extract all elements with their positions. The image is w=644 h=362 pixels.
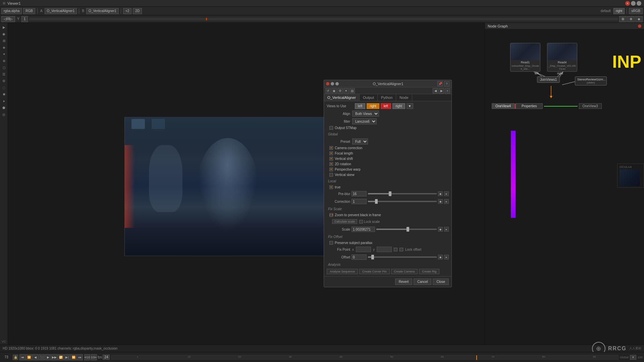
preserve-parallax-check[interactable] (329, 241, 333, 245)
sidebar-icon-4[interactable]: ◈ (1, 44, 7, 50)
sidebar-icon-8[interactable]: ☰ (1, 71, 7, 77)
rotation-2d-check[interactable] (329, 162, 333, 166)
correction-anim-btn[interactable]: ◆ (438, 199, 443, 204)
sidebar-icon-11[interactable]: ✱ (1, 91, 7, 97)
go-last-btn[interactable]: ⏭ (77, 354, 83, 360)
tab-o-verticalaligner[interactable]: O_VerticalAligner (324, 94, 360, 101)
playback-fps[interactable]: ◁ f/8 ▷ (1, 16, 15, 22)
pre-blur-extra-btn[interactable]: ▸ (444, 191, 449, 196)
props-tb-5[interactable]: ▤ (350, 88, 355, 94)
tab-node[interactable]: Node (396, 94, 412, 101)
fps-value-btn[interactable]: 24 (103, 355, 110, 360)
ng-close[interactable] (638, 24, 641, 28)
fix-point-x-input[interactable] (356, 247, 371, 252)
tab-python[interactable]: Python (378, 94, 396, 101)
node-b-select[interactable]: O_VerticalAligner1 (86, 8, 119, 14)
close-btn[interactable]: Close (433, 279, 449, 285)
loop-btn[interactable]: 🔁 (58, 354, 64, 360)
props-tb-3[interactable]: ⚙ (337, 88, 343, 94)
pre-blur-slider[interactable] (368, 193, 437, 194)
create-rig-btn[interactable]: Create Rig (419, 269, 439, 274)
sidebar-icon-9[interactable]: ⚙ (1, 78, 7, 84)
props-tb-close[interactable]: × (445, 88, 450, 94)
window-close[interactable]: × (625, 1, 630, 6)
vertical-shift-check[interactable] (329, 157, 333, 161)
node-a-select[interactable]: O_VerticalAligner1 (45, 8, 77, 14)
play-btn[interactable]: ▶ (45, 354, 51, 360)
lock-scale-check[interactable] (359, 220, 363, 224)
sidebar-icon-13[interactable]: ⬟ (1, 105, 7, 111)
icon-btn-3[interactable]: ◈ (635, 16, 643, 22)
icon-btn-2[interactable]: ⊕ (627, 16, 635, 22)
offset-extra-btn[interactable]: ▸ (444, 255, 449, 259)
sidebar-icon-6[interactable]: ⊕ (1, 58, 7, 64)
oneview4-tab[interactable]: OneView4 (492, 103, 515, 109)
vertical-skew-check[interactable] (329, 173, 333, 177)
step-back-btn[interactable]: ◀ (32, 354, 38, 360)
analyse-seq-btn[interactable]: Analyse Sequence (327, 269, 358, 274)
props-close-btn[interactable] (326, 82, 329, 85)
props-tb-4[interactable]: ✦ (343, 88, 349, 94)
output-stmap-check[interactable] (329, 126, 333, 130)
offset-slider[interactable] (368, 256, 437, 258)
pre-blur-anim-btn[interactable]: ◆ (438, 191, 443, 196)
fix-point-y-input[interactable] (377, 247, 392, 252)
sidebar-icon-3[interactable]: ⊞ (1, 38, 7, 44)
scale-extra-btn[interactable]: ▸ (444, 227, 449, 232)
pre-blur-input[interactable] (352, 191, 367, 196)
view-left-btn[interactable]: left (355, 103, 365, 109)
scale-slider[interactable] (376, 229, 437, 230)
sidebar-icon-1[interactable]: ▶ (1, 24, 7, 30)
create-corner-pin-btn[interactable]: Create Corner Pin (359, 269, 390, 274)
props-tb-2[interactable]: ◉ (331, 88, 337, 94)
skip-fwd-btn[interactable]: 10⊳ (91, 354, 97, 360)
colorspace-btn[interactable]: RGB (23, 8, 35, 14)
local-alignment-check[interactable] (329, 185, 333, 189)
icon-btn-1[interactable]: ⊞ (619, 16, 627, 22)
go-first-btn[interactable]: ⏮ (19, 354, 25, 360)
perspective-warp-check[interactable] (329, 168, 333, 171)
create-camera-btn[interactable]: Create Camera (391, 269, 418, 274)
zoom-prevent-check[interactable]: ✓ (329, 213, 333, 217)
props-pin-btn[interactable]: 📌 (437, 81, 443, 86)
sidebar-icon-12[interactable]: ♦ (1, 98, 7, 104)
node-read4[interactable]: Read4 _Disp_Ocula4_v01.r0073.ex (547, 43, 577, 72)
node-graph-area[interactable]: Read1 colourMat_Disp_Ocula4_v0c... Read4… (485, 29, 644, 345)
camera-correction-check[interactable] (329, 146, 333, 150)
prev-frame-btn[interactable]: ⏪ (26, 354, 32, 360)
props-tb-1[interactable]: ↺ (325, 88, 331, 94)
frame-scrubber[interactable] (29, 18, 618, 20)
view-left-red-btn[interactable]: left (381, 103, 391, 109)
timeline-track[interactable]: 1 10 20 30 40 50 60 70 80 90 (111, 355, 619, 360)
frame-input[interactable]: 1 (21, 16, 28, 22)
offset-anim-btn[interactable]: ◆ (438, 255, 443, 259)
channel-select[interactable]: rgba.alpha (1, 8, 22, 14)
node-stereoreview[interactable]: StereoReviewGizm... (slider) (575, 76, 607, 85)
preset-select[interactable]: Full (352, 138, 368, 144)
window-minimize[interactable] (631, 1, 636, 6)
sidebar-icon-14[interactable]: ◎ (1, 111, 7, 117)
offset-input[interactable] (352, 254, 367, 260)
fix-point-check2[interactable] (399, 248, 403, 251)
step-forward-btn[interactable]: ⏩ (70, 354, 76, 360)
mode-btn[interactable]: 2D (133, 8, 142, 14)
fix-point-check[interactable] (394, 248, 397, 251)
props-help-btn[interactable]: ? (444, 81, 449, 86)
calculate-scale-btn[interactable]: Calculate scale (332, 219, 357, 224)
filter-select[interactable]: Lanczos6 (352, 118, 377, 124)
properties-tab[interactable]: Properties (516, 103, 543, 109)
props-max-btn[interactable] (335, 82, 339, 85)
view-right-btn-1[interactable]: right (367, 103, 379, 109)
colorspace2-btn[interactable]: sRGB (629, 8, 643, 14)
cancel-btn[interactable]: Cancel (414, 279, 431, 285)
correction-extra-btn[interactable]: ▸ (444, 199, 449, 204)
correction-input[interactable] (352, 199, 367, 204)
views-menu-btn[interactable]: ▼ (407, 103, 413, 109)
global-dropdown[interactable]: ▼ (630, 355, 636, 360)
scale-input[interactable] (352, 227, 375, 232)
correction-slider[interactable] (368, 201, 437, 202)
stop-btn[interactable]: ⬛ (39, 354, 45, 360)
node-read1[interactable]: Read1 colourMat_Disp_Ocula4_v0c... (510, 43, 540, 72)
props-min-btn[interactable] (331, 82, 334, 85)
sidebar-icon-7[interactable]: ◻ (1, 64, 7, 70)
